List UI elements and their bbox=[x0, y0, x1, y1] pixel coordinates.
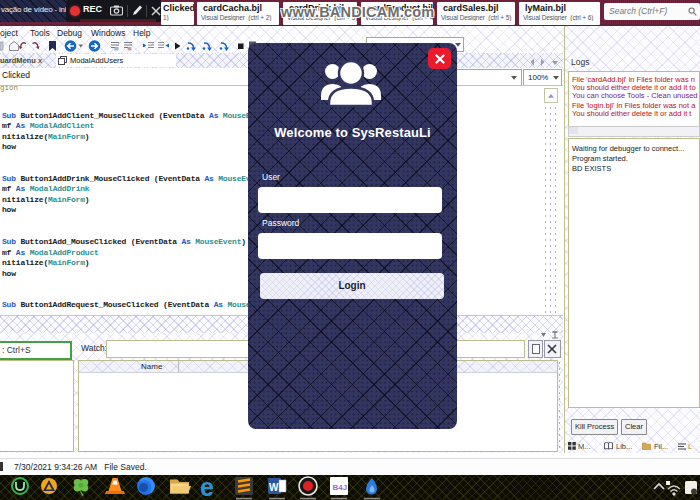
svg-text:W: W bbox=[269, 482, 279, 493]
svg-text:B4J: B4J bbox=[333, 483, 348, 492]
svg-text:e: e bbox=[200, 475, 214, 500]
